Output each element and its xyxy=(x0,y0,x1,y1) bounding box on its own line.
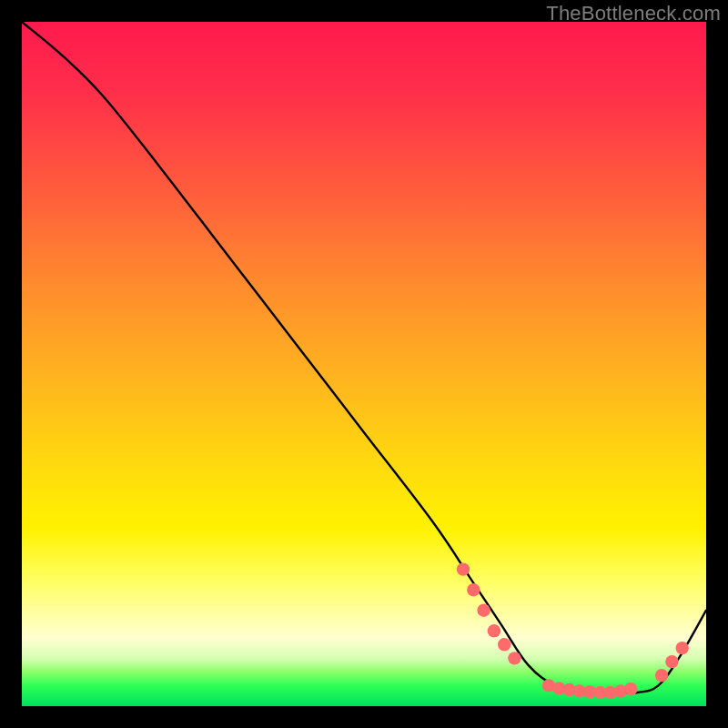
chart-stage: TheBottleneck.com xyxy=(0,0,728,728)
bottleneck-curve xyxy=(22,22,706,693)
marker-dot xyxy=(624,682,637,695)
marker-dot xyxy=(676,642,689,654)
marker-dot xyxy=(467,583,480,596)
plot-area xyxy=(22,22,706,706)
marker-dot xyxy=(508,652,521,664)
marker-dot xyxy=(655,669,668,682)
marker-dot xyxy=(498,638,511,651)
marker-dot xyxy=(457,562,470,575)
marker-dot xyxy=(477,604,490,617)
marker-dot xyxy=(665,655,678,668)
marker-dot xyxy=(488,624,500,637)
marker-group xyxy=(457,562,689,699)
curve-svg xyxy=(22,22,706,706)
